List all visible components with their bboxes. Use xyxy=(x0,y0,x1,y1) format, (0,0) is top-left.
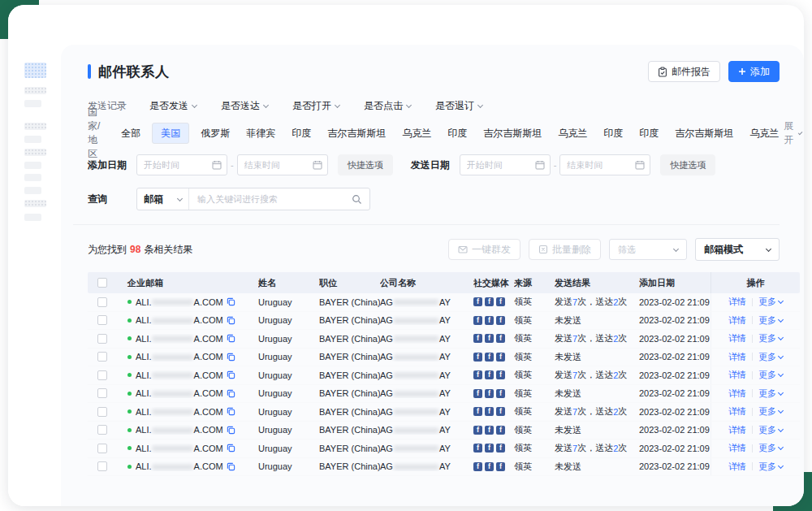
facebook-icon[interactable]: f xyxy=(485,316,494,325)
email-copy-icon[interactable] xyxy=(227,407,235,416)
row-checkbox[interactable] xyxy=(97,352,107,362)
facebook-icon[interactable]: f xyxy=(485,462,494,471)
more-link[interactable]: 更多 xyxy=(758,388,783,400)
facebook-icon[interactable]: f xyxy=(485,426,494,435)
more-link[interactable]: 更多 xyxy=(758,461,783,473)
country-option[interactable]: 印度 xyxy=(634,125,663,142)
mailbox-mode-select[interactable]: 邮箱模式 xyxy=(695,238,780,261)
filter-dropdown[interactable]: 是否点击 xyxy=(364,99,411,113)
detail-link[interactable]: 详情 xyxy=(728,405,746,418)
filter-dropdown[interactable]: 是否打开 xyxy=(292,99,339,113)
detail-link[interactable]: 详情 xyxy=(728,461,746,473)
email-copy-icon[interactable] xyxy=(227,316,235,325)
country-option[interactable]: 全部 xyxy=(116,125,145,142)
detail-link[interactable]: 详情 xyxy=(728,351,746,363)
search-icon[interactable] xyxy=(352,194,362,205)
facebook-icon[interactable]: f xyxy=(473,316,482,325)
send-date-quick-options-button[interactable]: 快捷选项 xyxy=(660,154,715,175)
more-link[interactable]: 更多 xyxy=(758,351,783,363)
country-option[interactable]: 吉尔吉斯斯坦 xyxy=(322,125,391,142)
row-checkbox[interactable] xyxy=(97,315,107,325)
facebook-icon[interactable]: f xyxy=(473,334,482,343)
filter-dropdown[interactable]: 是否发送 xyxy=(149,99,197,113)
select-all-checkbox[interactable] xyxy=(97,278,107,288)
facebook-icon[interactable]: f xyxy=(485,370,494,379)
more-link[interactable]: 更多 xyxy=(758,296,783,308)
facebook-icon[interactable]: f xyxy=(496,316,505,325)
detail-link[interactable]: 详情 xyxy=(728,388,746,400)
search-input[interactable] xyxy=(189,188,352,210)
send-date-start-input[interactable] xyxy=(460,154,551,175)
facebook-icon[interactable]: f xyxy=(485,334,494,343)
country-option[interactable]: 乌克兰 xyxy=(553,125,592,142)
facebook-icon[interactable]: f xyxy=(496,370,505,379)
facebook-icon[interactable]: f xyxy=(473,444,482,453)
detail-link[interactable]: 详情 xyxy=(728,314,746,327)
facebook-icon[interactable]: f xyxy=(485,444,494,453)
country-option[interactable]: 印度 xyxy=(443,125,472,142)
email-copy-icon[interactable] xyxy=(227,370,235,379)
facebook-icon[interactable]: f xyxy=(496,334,505,343)
facebook-icon[interactable]: f xyxy=(496,444,505,453)
email-copy-icon[interactable] xyxy=(227,426,235,435)
country-option[interactable]: 乌克兰 xyxy=(745,125,784,142)
detail-link[interactable]: 详情 xyxy=(728,332,746,344)
detail-link[interactable]: 详情 xyxy=(728,296,746,308)
query-field-select[interactable]: 邮箱 xyxy=(137,188,189,210)
expand-toggle[interactable]: 展开 xyxy=(784,119,801,147)
country-option[interactable]: 美国 xyxy=(152,123,189,144)
row-checkbox[interactable] xyxy=(97,370,107,380)
facebook-icon[interactable]: f xyxy=(496,407,505,416)
email-report-button[interactable]: 邮件报告 xyxy=(648,61,720,82)
email-copy-icon[interactable] xyxy=(227,297,235,306)
facebook-icon[interactable]: f xyxy=(473,407,482,416)
more-link[interactable]: 更多 xyxy=(758,369,783,381)
email-copy-icon[interactable] xyxy=(227,444,235,453)
add-button[interactable]: 添加 xyxy=(728,61,780,82)
row-checkbox[interactable] xyxy=(97,388,107,398)
send-date-end-input[interactable] xyxy=(559,154,650,175)
row-checkbox[interactable] xyxy=(97,425,107,435)
facebook-icon[interactable]: f xyxy=(473,389,482,398)
facebook-icon[interactable]: f xyxy=(496,353,505,362)
detail-link[interactable]: 详情 xyxy=(728,369,746,381)
row-checkbox[interactable] xyxy=(97,407,107,417)
email-copy-icon[interactable] xyxy=(227,389,235,398)
more-link[interactable]: 更多 xyxy=(758,442,783,454)
more-link[interactable]: 更多 xyxy=(758,405,783,418)
country-option[interactable]: 吉尔吉斯斯坦 xyxy=(478,125,546,142)
facebook-icon[interactable]: f xyxy=(485,297,494,306)
row-checkbox[interactable] xyxy=(97,444,107,453)
email-copy-icon[interactable] xyxy=(227,353,235,362)
more-link[interactable]: 更多 xyxy=(758,332,783,344)
bulk-delete-button[interactable]: 批量删除 xyxy=(529,239,601,260)
facebook-icon[interactable]: f xyxy=(496,389,505,398)
email-copy-icon[interactable] xyxy=(227,462,235,471)
facebook-icon[interactable]: f xyxy=(473,353,482,362)
facebook-icon[interactable]: f xyxy=(496,462,505,471)
country-option[interactable]: 吉尔吉斯斯坦 xyxy=(670,125,738,142)
filter-select[interactable]: 筛选 xyxy=(609,239,687,260)
facebook-icon[interactable]: f xyxy=(485,407,494,416)
country-option[interactable]: 印度 xyxy=(598,125,628,142)
row-checkbox[interactable] xyxy=(97,334,107,344)
country-option[interactable]: 乌克兰 xyxy=(397,125,436,142)
facebook-icon[interactable]: f xyxy=(496,297,505,306)
detail-link[interactable]: 详情 xyxy=(728,424,746,436)
facebook-icon[interactable]: f xyxy=(473,297,482,306)
facebook-icon[interactable]: f xyxy=(473,426,482,435)
bulk-send-button[interactable]: 一键群发 xyxy=(448,239,520,260)
country-option[interactable]: 印度 xyxy=(287,125,316,142)
email-copy-icon[interactable] xyxy=(227,334,235,343)
more-link[interactable]: 更多 xyxy=(758,424,783,436)
country-option[interactable]: 菲律宾 xyxy=(241,125,280,142)
facebook-icon[interactable]: f xyxy=(496,426,505,435)
row-checkbox[interactable] xyxy=(97,297,107,307)
add-date-start-input[interactable] xyxy=(136,154,227,175)
facebook-icon[interactable]: f xyxy=(473,462,482,471)
more-link[interactable]: 更多 xyxy=(758,314,783,327)
facebook-icon[interactable]: f xyxy=(485,353,494,362)
row-checkbox[interactable] xyxy=(97,461,107,471)
detail-link[interactable]: 详情 xyxy=(728,442,746,454)
filter-dropdown[interactable]: 是否退订 xyxy=(435,99,482,113)
